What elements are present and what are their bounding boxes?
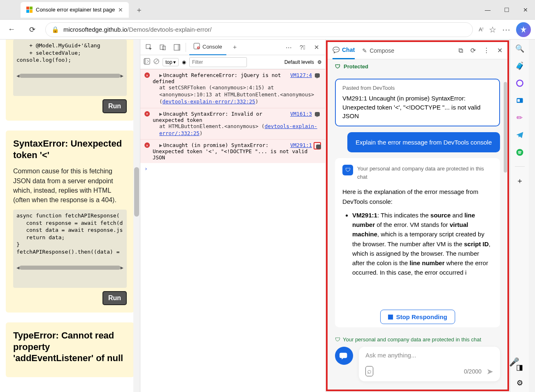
read-aloud-icon[interactable]: Aᴵ [479,26,483,33]
copilot-toggle-icon[interactable] [516,22,531,37]
compose-icon: ✎ [362,47,367,54]
toggle-sidebar-icon[interactable] [144,58,150,66]
console-output: ✕ VM127:4 ▶Uncaught ReferenceError: jQue… [140,69,325,392]
copilot-explain-icon[interactable] [314,142,321,149]
svg-rect-13 [517,99,520,102]
tab-close-icon[interactable]: ✕ [118,7,123,13]
run-button[interactable]: Run [102,291,127,305]
run-button[interactable]: Run [102,99,127,113]
card-title: TypeError: Cannot read property 'addEven… [13,330,127,364]
sidebar-settings-icon[interactable]: ⚙ [515,378,525,388]
more-tabs-icon[interactable]: ＋ [230,42,240,53]
image-search-icon[interactable]: ⌕ [365,366,373,376]
copilot-input[interactable]: Ask me anything... ⌕ 0/2000 🎤 ➤ [359,347,500,381]
more-icon[interactable]: ⋮ [483,47,490,54]
card-body: Common cause for this is fetching JSON d… [13,166,127,205]
context-selector[interactable]: top ▾ [163,58,179,66]
favorite-icon[interactable]: ☆ [489,25,496,35]
device-toggle-icon[interactable] [158,42,168,53]
clear-console-icon[interactable] [154,58,159,65]
log-levels-dropdown[interactable]: Default levels [284,59,314,65]
error-source-link[interactable]: VM161:3 [290,111,312,117]
inspect-icon[interactable] [144,42,154,53]
minimize-button[interactable]: — [478,2,497,18]
expand-caret-icon[interactable]: ▶ [159,142,163,148]
pasted-context-message: Pasted from DevTools VM291:1 Uncaught (i… [335,79,500,126]
chat-icon: 💬 [333,47,340,53]
devtools-close-icon[interactable]: ✕ [311,42,322,53]
tab-title: Console error explainer test page [36,7,115,13]
console-error-row[interactable]: ✕ VM161:3 ▶Uncaught SyntaxError: Invalid… [140,108,325,140]
error-source-link[interactable]: VM127:4 [290,72,312,78]
mic-icon[interactable]: 🎤 [509,357,519,367]
new-topic-button[interactable] [335,347,353,365]
console-error-row[interactable]: ✕ VM291:1 ▶Uncaught (in promise) SyntaxE… [140,139,325,163]
compose-tab[interactable]: ✎ Compose [362,42,394,59]
error-source-link[interactable]: VM291:1 [290,142,312,148]
close-sidebar-icon[interactable]: ✕ [497,47,502,54]
stack-link[interactable]: devtools-explain-error/:332:25 [163,98,256,105]
add-sidebar-icon[interactable]: ＋ [515,176,525,186]
shield-check-icon: 🛡 [335,336,340,343]
ms-favicon-icon [26,7,33,13]
designer-icon[interactable]: ✏ [515,113,525,123]
shopping-icon[interactable]: 🧳 [515,61,525,71]
console-tab[interactable]: Console [189,40,226,55]
stop-icon [388,315,393,320]
console-filter-input[interactable] [189,57,247,67]
user-message: Explain the error message from DevTools … [347,132,500,152]
pasted-label: Pasted from DevTools [342,84,493,92]
console-prompt[interactable]: › [140,163,325,174]
devtools-panel: Console ＋ ⋯ ?⃝ ✕ top ▾ ◉ Default levels … [140,40,325,392]
svg-rect-1 [160,45,164,49]
dock-icon[interactable] [172,42,182,53]
svg-rect-8 [144,58,146,64]
search-icon[interactable]: 🔍 [515,44,525,54]
console-toolbar: top ▾ ◉ Default levels ⚙ [140,55,325,69]
send-icon[interactable]: ➤ [486,366,493,376]
settings-menu-icon[interactable]: ⋯ [502,25,510,35]
close-button[interactable]: ✕ [516,2,535,18]
devtools-help-icon[interactable]: ?⃝ [297,42,308,53]
copilot-explain-icon[interactable] [314,111,321,118]
outlook-icon[interactable] [515,96,525,105]
spotify-icon[interactable] [515,147,525,157]
browser-tab[interactable]: Console error explainer test page ✕ [21,2,129,18]
copilot-scrollbar[interactable] [503,74,507,332]
stop-responding-button[interactable]: Stop Responding [380,310,455,324]
svg-line-10 [155,60,158,63]
response-protect-note: Your personal and company data are prote… [357,165,493,181]
assistant-response: 🛡 Your personal and company data are pro… [335,158,500,327]
maximize-button[interactable]: ☐ [497,2,516,18]
pasted-body: VM291:1 Uncaught (in promise) SyntaxErro… [342,94,493,121]
back-button[interactable]: ← [4,22,19,37]
open-external-icon[interactable]: ⧉ [458,47,463,54]
char-counter: 0/2000 [464,368,482,375]
chevron-down-icon: ▾ [173,59,176,65]
expand-caret-icon[interactable]: ▶ [159,111,163,117]
refresh-icon[interactable]: ⟳ [470,47,476,54]
console-settings-icon[interactable]: ⚙ [317,59,322,65]
error-icon: ✕ [144,111,150,117]
live-expression-icon[interactable]: ◉ [182,59,186,65]
expand-caret-icon[interactable]: ▶ [159,72,163,78]
shield-badge-icon: 🛡 [342,165,353,175]
url-field[interactable]: 🔒 microsoftedge.github.io/Demos/devtools… [45,22,473,37]
input-placeholder: Ask me anything... [365,352,493,359]
copilot-tab-strip: 💬 Chat ✎ Compose ⧉ ⟳ ⋮ ✕ [328,42,507,59]
footer-protect-note: 🛡 Your personal and company data are pro… [335,336,500,343]
refresh-button[interactable]: ⟳ [25,22,40,37]
telegram-icon[interactable] [515,130,525,140]
devtools-menu-icon[interactable]: ⋯ [283,42,294,53]
page-scrollbar[interactable] [133,40,140,392]
chat-tab[interactable]: 💬 Chat [333,42,355,59]
url-path: /Demos/devtools-explain-error/ [127,26,212,33]
copilot-explain-icon[interactable] [314,72,321,79]
svg-point-11 [516,80,523,86]
new-tab-button[interactable]: ＋ [135,5,143,15]
office-icon[interactable] [515,78,525,88]
site-lock-icon[interactable]: 🔒 [51,26,59,33]
console-error-row[interactable]: ✕ VM127:4 ▶Uncaught ReferenceError: jQue… [140,69,325,108]
code-block: + @Model.MyGuid+'&lang + selectedValue; … [13,40,127,96]
edge-sidebar: 🔍 🧳 ✏ ＋ ◨ ⚙ [510,40,529,392]
